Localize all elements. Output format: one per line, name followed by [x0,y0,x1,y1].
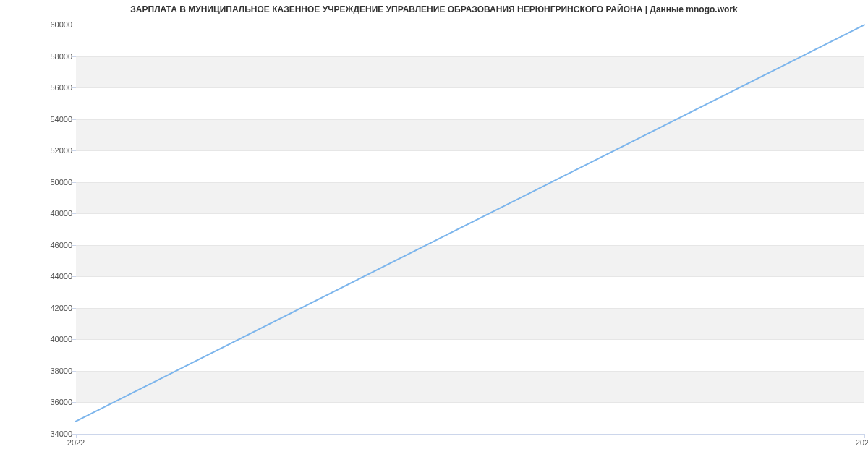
y-tick-mark [72,182,76,183]
y-tick-label: 60000 [29,20,72,29]
y-tick-label: 56000 [29,83,72,92]
series-line [76,25,864,421]
y-tick-label: 58000 [29,52,72,61]
y-tick-label: 50000 [29,178,72,187]
chart-container: ЗАРПЛАТА В МУНИЦИПАЛЬНОЕ КАЗЕННОЕ УЧРЕЖД… [0,0,868,470]
y-tick-mark [72,213,76,214]
y-tick-label: 54000 [29,115,72,124]
y-tick-mark [72,308,76,309]
y-tick-mark [72,339,76,340]
y-tick-label: 52000 [29,146,72,155]
x-tick-mark [864,434,865,438]
plot-area [76,22,864,434]
y-tick-label: 48000 [29,209,72,218]
y-tick-mark [72,371,76,372]
x-axis-line [76,434,864,435]
y-tick-mark [72,119,76,120]
y-tick-mark [72,276,76,277]
y-tick-mark [72,402,76,403]
x-tick-label: 2022 [67,438,85,447]
y-tick-label: 40000 [29,335,72,343]
y-tick-mark [72,25,76,25]
line-layer [76,22,864,434]
x-tick-label: 2024 [856,438,868,447]
y-tick-label: 34000 [29,430,72,438]
y-tick-mark [72,150,76,151]
y-tick-label: 36000 [29,398,72,406]
y-tick-label: 38000 [29,367,72,375]
y-tick-label: 46000 [29,241,72,249]
y-tick-mark [72,245,76,246]
y-tick-label: 44000 [29,272,72,281]
y-tick-mark [72,56,76,57]
chart-title: ЗАРПЛАТА В МУНИЦИПАЛЬНОЕ КАЗЕННОЕ УЧРЕЖД… [0,4,868,14]
y-tick-label: 42000 [29,304,72,312]
y-tick-mark [72,87,76,88]
x-tick-mark [76,434,77,438]
